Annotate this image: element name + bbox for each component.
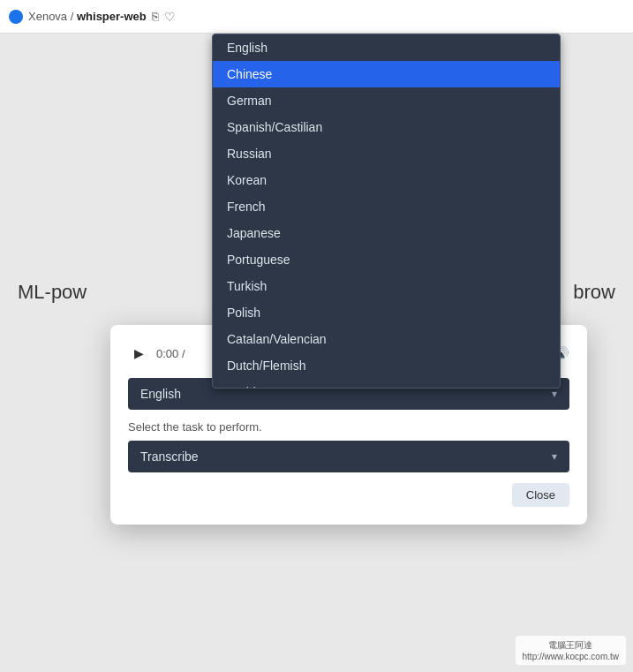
dropdown-item[interactable]: Spanish/Castilian [213, 114, 560, 140]
dropdown-item[interactable]: English [213, 34, 560, 61]
language-chevron-icon: ▾ [552, 388, 557, 400]
breadcrumb-separator: / [71, 10, 74, 23]
watermark-box: 電腦王阿達 http://www.kocpc.com.tw [516, 636, 626, 665]
header-bar: Xenova / whisper-web ⎘ ♡ [0, 0, 633, 34]
site-name[interactable]: Xenova [28, 10, 67, 23]
copy-icon[interactable]: ⎘ [152, 10, 159, 23]
dropdown-item[interactable]: Polish [213, 299, 560, 326]
dropdown-item[interactable]: French [213, 193, 560, 220]
dropdown-item[interactable]: Dutch/Flemish [213, 352, 560, 379]
main-content: ML-pow brow EnglishChineseGermanSpanish/… [0, 34, 633, 672]
task-select-value: Transcribe [140, 449, 199, 464]
dropdown-item[interactable]: Chinese [213, 61, 560, 87]
dropdown-item[interactable]: Russian [213, 140, 560, 167]
dropdown-scroll-area[interactable]: EnglishChineseGermanSpanish/CastilianRus… [213, 34, 560, 388]
dropdown-item[interactable]: Japanese [213, 220, 560, 246]
heart-icon[interactable]: ♡ [164, 10, 176, 24]
language-dropdown-list[interactable]: EnglishChineseGermanSpanish/CastilianRus… [212, 34, 561, 389]
watermark-line2: http://www.kocpc.com.tw [523, 652, 619, 661]
close-button-container: Close [128, 483, 569, 507]
bg-text-right: brow [573, 281, 615, 304]
dropdown-item[interactable]: Turkish [213, 273, 560, 299]
task-select[interactable]: Transcribe ▾ [128, 441, 569, 472]
dropdown-item[interactable]: Portuguese [213, 246, 560, 273]
dropdown-item[interactable]: Catalan/Valencian [213, 326, 560, 352]
task-select-label: Select the task to perform. [128, 420, 569, 434]
play-button[interactable]: ▶ [128, 343, 149, 364]
dropdown-item[interactable]: Korean [213, 167, 560, 193]
watermark-line1: 電腦王阿達 [523, 639, 619, 652]
watermark: 電腦王阿達 http://www.kocpc.com.tw [516, 636, 626, 665]
close-button[interactable]: Close [512, 483, 569, 507]
play-icon: ▶ [134, 346, 144, 360]
breadcrumb: Xenova / whisper-web [28, 10, 147, 23]
language-select-label: English [140, 387, 181, 401]
dropdown-item[interactable]: Arabic [213, 379, 560, 388]
site-favicon [9, 10, 23, 24]
app-name: whisper-web [77, 10, 147, 23]
task-chevron-icon: ▾ [552, 450, 557, 463]
dropdown-item[interactable]: German [213, 87, 560, 114]
bg-text-left: ML-pow [18, 281, 87, 304]
time-display: 0:00 / [156, 347, 185, 360]
